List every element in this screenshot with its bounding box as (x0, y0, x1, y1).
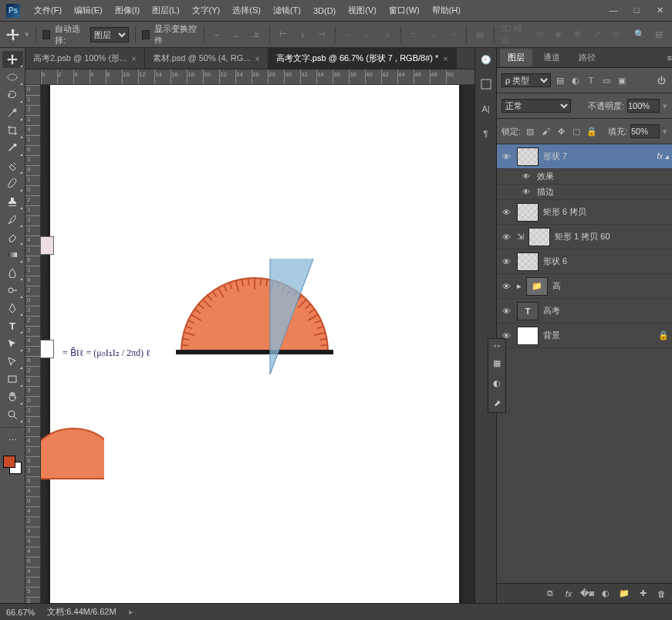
brush-tool[interactable] (2, 175, 23, 192)
document-tab-2[interactable]: 高考文字.psb @ 66.7% (形状 7 , RGB/8#) *× (268, 48, 457, 69)
layer-effect-item[interactable]: 👁 效果 (497, 169, 672, 185)
character-panel-icon[interactable] (479, 77, 493, 91)
visibility-icon[interactable]: 👁 (500, 208, 512, 217)
menu-filter[interactable]: 滤镜(T) (267, 5, 307, 16)
link-layers-icon[interactable]: ⧉ (544, 588, 556, 600)
healing-tool[interactable] (2, 158, 23, 174)
direct-select-tool[interactable] (2, 353, 23, 370)
visibility-icon[interactable]: 👁 (500, 307, 512, 316)
align-hcenter-icon[interactable]: ⫞ (295, 26, 309, 43)
close-icon[interactable]: × (443, 54, 447, 63)
document-tab-1[interactable]: 素材.psd @ 50% (4, RG...× (145, 48, 268, 69)
history-panel-icon[interactable]: 🕘 (479, 53, 493, 66)
pen-tool[interactable] (2, 300, 23, 317)
expand-icon[interactable]: ▸ (517, 281, 522, 291)
visibility-icon[interactable]: 👁 (500, 257, 512, 266)
tab-channels[interactable]: 通道 (535, 49, 568, 66)
3d-pan-icon[interactable]: ✥ (570, 26, 585, 43)
window-close[interactable]: ✕ (653, 5, 666, 15)
ruler-vertical[interactable]: 0121416181021214161820222426283032343638… (25, 85, 41, 603)
close-icon[interactable]: × (255, 54, 259, 63)
eraser-tool[interactable] (2, 229, 23, 246)
distribute-bottom-icon[interactable]: ⫡ (380, 26, 394, 43)
lasso-tool[interactable] (2, 86, 23, 103)
blur-tool[interactable] (2, 264, 23, 281)
doc-size-readout[interactable]: 文档:6.44M/6.62M (47, 606, 116, 618)
layer-item[interactable]: 👁 ⇲ 矩形 1 拷贝 60 (497, 225, 672, 249)
3d-slide-icon[interactable]: ⤢ (589, 26, 604, 43)
auto-select-dropdown[interactable]: 图层 (90, 27, 130, 42)
filter-type-icon[interactable]: T (585, 74, 597, 86)
visibility-icon[interactable]: 👁 (500, 232, 512, 242)
menu-3d[interactable]: 3D(D) (307, 6, 342, 15)
history-brush-tool[interactable] (2, 211, 23, 228)
layer-thumb[interactable] (528, 228, 550, 246)
layer-thumb[interactable] (517, 203, 539, 222)
dodge-tool[interactable] (2, 282, 23, 299)
layer-thumb[interactable] (517, 327, 539, 345)
type-tool[interactable]: T (2, 317, 23, 334)
hand-tool[interactable] (2, 388, 23, 405)
libraries-icon[interactable]: ⬈ (491, 397, 503, 409)
ruler-horizontal[interactable]: 0246810121416182022242628303234363840424… (41, 69, 474, 85)
path-select-tool[interactable] (2, 335, 23, 352)
filter-smart-icon[interactable]: ▣ (616, 74, 628, 86)
group-icon[interactable]: 📁 (618, 588, 630, 600)
layer-name[interactable]: 背景 (543, 330, 653, 341)
move-tool-indicator[interactable] (6, 27, 20, 42)
document-tab-0[interactable]: 高考2.psb @ 100% (形...× (25, 48, 145, 69)
delete-icon[interactable]: 🗑 (655, 588, 667, 600)
3d-orbit-icon[interactable]: ⟲ (532, 26, 547, 43)
menu-edit[interactable]: 编辑(E) (68, 5, 109, 16)
layer-name[interactable]: 形状 6 (543, 256, 669, 267)
paragraph-panel-icon[interactable]: A| (479, 102, 493, 116)
menu-help[interactable]: 帮助(H) (426, 5, 467, 16)
move-tool[interactable] (2, 51, 23, 68)
layer-name[interactable]: 矩形 1 拷贝 60 (555, 231, 669, 242)
menu-type[interactable]: 文字(Y) (186, 5, 227, 16)
magic-wand-tool[interactable] (2, 104, 23, 121)
distribute-top-icon[interactable]: ⫟ (342, 26, 356, 43)
menu-image[interactable]: 图像(I) (109, 5, 146, 16)
layer-effect-item[interactable]: 👁 描边 (497, 185, 672, 200)
filter-shape-icon[interactable]: ▭ (600, 74, 613, 86)
tab-layers[interactable]: 图层 (500, 49, 532, 66)
lock-icon[interactable]: 🔒 (658, 330, 669, 340)
lock-position-icon[interactable]: ✥ (555, 125, 567, 137)
blend-mode-dropdown[interactable]: 正常 (501, 99, 571, 113)
menu-file[interactable]: 文件(F) (28, 5, 68, 16)
menu-window[interactable]: 窗口(W) (383, 5, 426, 16)
distribute-left-icon[interactable]: ⊢ (407, 26, 422, 43)
layer-name[interactable]: 高 (552, 280, 669, 292)
canvas[interactable]: = B̄Iℓ = (μ₀I₁I₂ / 2πd) ℓ (41, 85, 474, 603)
window-maximize[interactable]: □ (630, 5, 643, 15)
layer-item[interactable]: 👁 矩形 6 拷贝 (497, 200, 672, 225)
visibility-icon[interactable]: 👁 (500, 282, 512, 291)
3d-roll-icon[interactable]: ◉ (552, 26, 566, 43)
opacity-input[interactable] (627, 99, 660, 113)
layer-thumb[interactable] (517, 147, 539, 166)
layer-item[interactable]: 👁 形状 6 (497, 249, 672, 274)
fill-input[interactable] (630, 124, 660, 138)
show-transform-checkbox[interactable] (142, 30, 150, 39)
fx-icon[interactable]: fx (562, 588, 575, 600)
align-right-icon[interactable]: ⊣ (314, 26, 329, 43)
menu-select[interactable]: 选择(S) (226, 5, 267, 16)
filter-kind-dropdown[interactable]: ρ 类型 (501, 73, 551, 87)
menu-view[interactable]: 视图(V) (342, 5, 383, 16)
properties-icon[interactable]: ▦ (491, 357, 503, 369)
layer-name[interactable]: 形状 7 (543, 151, 652, 162)
auto-select-checkbox[interactable] (42, 30, 50, 39)
workspace-icon[interactable]: ▤ (651, 26, 666, 43)
adjustment-icon[interactable]: ◐ (599, 588, 612, 600)
zoom-readout[interactable]: 66.67% (6, 608, 35, 617)
visibility-icon[interactable]: 👁 (500, 152, 512, 161)
gradient-tool[interactable] (2, 246, 23, 263)
lock-all-icon[interactable]: 🔒 (586, 125, 598, 137)
filter-adjust-icon[interactable]: ◐ (569, 74, 582, 86)
panel-menu-icon[interactable]: ≡ (667, 53, 672, 63)
visibility-icon[interactable]: 👁 (520, 172, 532, 181)
layer-name[interactable]: 高考 (543, 305, 669, 317)
menu-layer[interactable]: 图层(L) (146, 5, 185, 16)
new-layer-icon[interactable]: ✚ (637, 588, 649, 600)
